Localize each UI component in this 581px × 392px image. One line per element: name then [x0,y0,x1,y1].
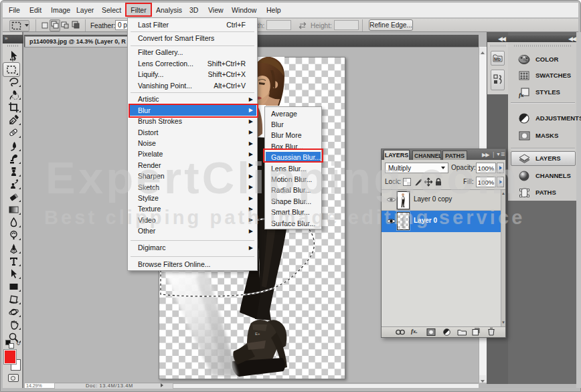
svg-text:fx: fx [519,92,524,98]
svg-text:E+: E+ [255,332,260,336]
svg-text:Mb: Mb [494,57,501,62]
